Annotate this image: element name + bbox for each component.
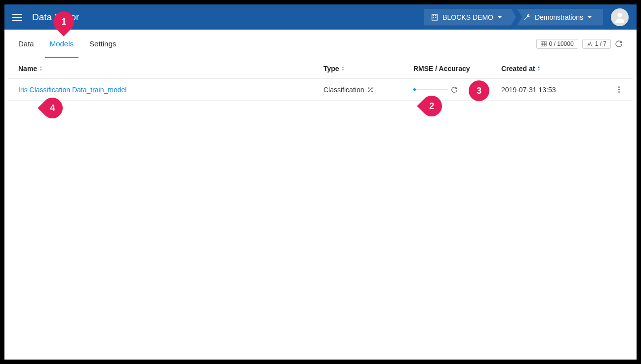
- col-type[interactable]: Type ▲▼: [323, 65, 413, 73]
- breadcrumb: BLOCKS DEMO Demonstrations: [424, 9, 603, 26]
- col-rmse: RMSE / Accuracy: [413, 65, 501, 73]
- columns-icon: [587, 41, 593, 47]
- svg-rect-2: [436, 15, 437, 16]
- svg-rect-6: [541, 41, 546, 46]
- tab-data[interactable]: Data: [18, 30, 34, 58]
- tabs: Data Models Settings: [18, 30, 116, 58]
- grid-icon: [541, 41, 547, 47]
- reload-icon[interactable]: [451, 86, 458, 93]
- cols-chip: 1 / 7: [582, 39, 611, 49]
- chevron-down-icon: [497, 15, 502, 20]
- row-actions-menu[interactable]: [615, 86, 623, 94]
- svg-rect-4: [436, 17, 437, 18]
- breadcrumb-project-label: Demonstrations: [535, 13, 583, 21]
- accuracy-progress: [413, 89, 448, 90]
- rows-chip: 0 / 10000: [536, 39, 578, 49]
- breadcrumb-project[interactable]: Demonstrations: [512, 9, 603, 26]
- app-header: Data Editor BLOCKS DEMO Demonstrations: [4, 4, 637, 30]
- refresh-icon[interactable]: [615, 40, 623, 48]
- col-created[interactable]: Created at ▲▼: [501, 65, 608, 73]
- model-name-link[interactable]: Iris Classification Data_train_model: [18, 86, 126, 94]
- table-header: Name ▲▼ Type ▲▼ RMSE / Accuracy Created …: [8, 58, 633, 79]
- sort-icon: ▲▼: [39, 66, 42, 72]
- models-table: Name ▲▼ Type ▲▼ RMSE / Accuracy Created …: [4, 58, 637, 101]
- svg-point-5: [617, 12, 622, 17]
- svg-rect-1: [433, 15, 434, 16]
- status-chips: 0 / 10000 1 / 7: [536, 39, 623, 49]
- rows-count: 0 / 10000: [549, 40, 574, 47]
- tab-models[interactable]: Models: [50, 30, 74, 58]
- subheader: Data Models Settings 0 / 10000 1 / 7: [4, 30, 637, 58]
- tab-settings[interactable]: Settings: [89, 30, 116, 58]
- user-avatar[interactable]: [611, 8, 629, 26]
- chevron-down-icon: [587, 15, 592, 20]
- table-row: Iris Classification Data_train_model Cla…: [8, 79, 633, 101]
- app-title: Data Editor: [32, 12, 424, 23]
- breadcrumb-org-label: BLOCKS DEMO: [442, 13, 493, 21]
- wrench-icon: [523, 13, 531, 21]
- classification-icon: [367, 86, 374, 93]
- sort-icon: ▲▼: [537, 66, 540, 72]
- svg-rect-0: [432, 14, 438, 20]
- model-created: 2019-07-31 13:53: [501, 86, 556, 94]
- sort-icon: ▲▼: [341, 66, 345, 72]
- col-name[interactable]: Name ▲▼: [18, 65, 323, 73]
- breadcrumb-org[interactable]: BLOCKS DEMO: [424, 9, 516, 26]
- cols-count: 1 / 7: [595, 40, 606, 47]
- hamburger-menu-icon[interactable]: [12, 11, 24, 23]
- building-icon: [431, 13, 439, 21]
- model-type: Classification: [323, 86, 364, 94]
- svg-rect-3: [433, 17, 434, 18]
